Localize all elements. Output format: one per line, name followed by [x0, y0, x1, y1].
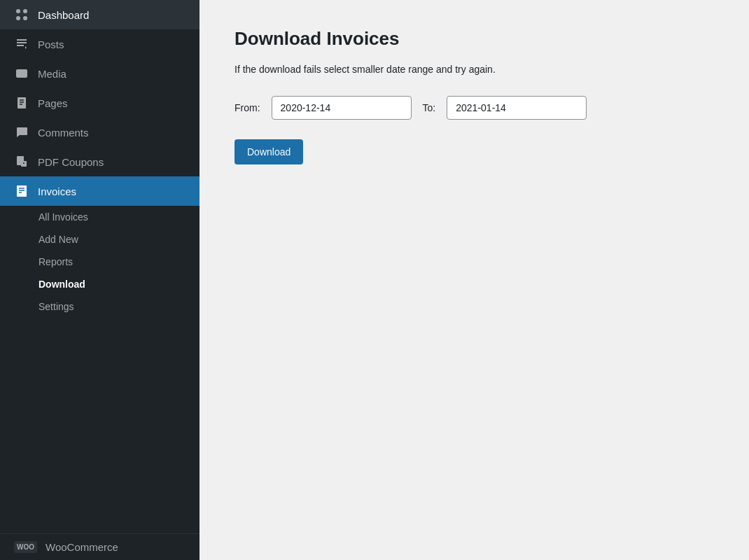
sidebar-item-pages[interactable]: Pages	[0, 88, 200, 118]
sidebar-item-invoices[interactable]: Invoices	[0, 176, 200, 206]
invoices-icon	[14, 183, 29, 199]
submenu-download[interactable]: Download	[0, 273, 200, 295]
sidebar-item-media[interactable]: Media	[0, 59, 200, 88]
sidebar-item-woocommerce-label: WooCommerce	[46, 541, 118, 553]
sidebar-item-comments[interactable]: Comments	[0, 118, 200, 147]
svg-rect-11	[21, 161, 27, 167]
svg-point-2	[16, 16, 20, 20]
sidebar-item-comments-label: Comments	[38, 127, 89, 139]
sidebar-item-pdf-coupons[interactable]: PDF Coupons	[0, 147, 200, 176]
main-content: Download Invoices If the download fails …	[200, 0, 749, 560]
posts-icon	[14, 36, 29, 52]
svg-point-3	[23, 16, 27, 20]
sidebar-item-media-label: Media	[38, 68, 66, 80]
sidebar-item-dashboard[interactable]: Dashboard	[0, 0, 200, 29]
invoices-submenu: All Invoices Add New Reports Download Se…	[0, 206, 200, 318]
sidebar-item-posts-label: Posts	[38, 38, 64, 50]
sidebar-item-dashboard-label: Dashboard	[38, 9, 89, 21]
woocommerce-icon: WOO	[14, 541, 37, 553]
page-title: Download Invoices	[234, 28, 714, 50]
date-range-form: From: To:	[234, 96, 714, 120]
dashboard-icon	[14, 7, 29, 22]
from-label: From:	[234, 102, 260, 113]
svg-rect-6	[18, 97, 26, 108]
submenu-all-invoices[interactable]: All Invoices	[0, 206, 200, 228]
pages-icon	[14, 95, 29, 111]
to-label: To:	[423, 102, 436, 113]
svg-point-5	[19, 71, 21, 74]
from-date-input[interactable]	[272, 96, 412, 120]
sidebar-item-pdf-coupons-label: PDF Coupons	[38, 156, 104, 168]
submenu-reports[interactable]: Reports	[0, 251, 200, 273]
sidebar-item-woocommerce[interactable]: WOO WooCommerce	[0, 534, 200, 560]
comments-icon	[14, 125, 29, 140]
download-button[interactable]: Download	[234, 139, 303, 164]
sidebar: Dashboard Posts Media Pages Comments PDF…	[0, 0, 200, 560]
sidebar-item-invoices-label: Invoices	[38, 186, 76, 197]
submenu-add-new[interactable]: Add New	[0, 228, 200, 251]
svg-rect-4	[16, 69, 27, 78]
to-date-input[interactable]	[447, 96, 587, 120]
svg-point-0	[16, 9, 20, 13]
svg-rect-13	[17, 186, 27, 197]
sidebar-item-pages-label: Pages	[38, 97, 68, 109]
page-description: If the download fails select smaller dat…	[234, 64, 714, 75]
media-icon	[14, 66, 29, 81]
svg-point-1	[23, 9, 27, 13]
submenu-settings[interactable]: Settings	[0, 295, 200, 318]
pdf-coupons-icon	[14, 154, 29, 169]
sidebar-bottom: WOO WooCommerce	[0, 533, 200, 560]
sidebar-item-posts[interactable]: Posts	[0, 29, 200, 59]
